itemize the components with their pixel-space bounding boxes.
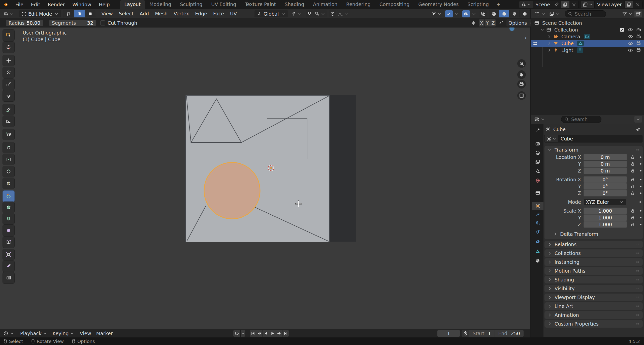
- animate-dot-icon[interactable]: [637, 199, 643, 205]
- workspace-tab-rendering[interactable]: Rendering: [342, 0, 375, 9]
- gizmos-dropdown[interactable]: [453, 10, 461, 17]
- menu-edit[interactable]: Edit: [27, 0, 44, 9]
- tool-measure[interactable]: [3, 116, 14, 127]
- play-button[interactable]: [269, 330, 276, 337]
- properties-tab-object-data[interactable]: [532, 247, 543, 256]
- grip-icon[interactable]: [635, 286, 640, 291]
- tool-move[interactable]: [3, 55, 14, 66]
- properties-tab-collection[interactable]: [532, 189, 543, 197]
- proportional-edit-toggle[interactable]: [329, 10, 336, 17]
- tool-rotate[interactable]: [3, 67, 14, 78]
- falloff-dropdown[interactable]: [337, 10, 350, 17]
- viewport-menu-mesh[interactable]: Mesh: [152, 9, 171, 18]
- lock-icon[interactable]: [630, 161, 635, 167]
- previous-keyframe-button[interactable]: [256, 330, 263, 337]
- panel-header-collections[interactable]: Collections: [544, 249, 643, 257]
- z-value-field[interactable]: 0°: [584, 190, 627, 196]
- tool-scale[interactable]: [3, 79, 14, 90]
- panel-header-animation[interactable]: Animation: [544, 311, 643, 319]
- zoom-button[interactable]: [517, 59, 526, 68]
- properties-tab-physics[interactable]: [532, 227, 543, 236]
- tool-spin[interactable]: [3, 213, 14, 224]
- panel-header-instancing[interactable]: Instancing: [544, 258, 643, 266]
- properties-tab-tool[interactable]: [532, 126, 543, 134]
- grip-icon[interactable]: [635, 147, 640, 153]
- y-value-field[interactable]: 0 m: [584, 161, 627, 167]
- chevron-right-icon[interactable]: [546, 34, 552, 39]
- z-value-field[interactable]: 1.000: [584, 221, 627, 228]
- outliner-display-mode-dropdown[interactable]: [533, 11, 547, 17]
- start-frame-field[interactable]: Start 1: [469, 330, 495, 337]
- viewport-menu-vertex[interactable]: Vertex: [171, 9, 192, 18]
- timeline-menu-keying[interactable]: Keying: [50, 330, 77, 337]
- properties-options-dropdown[interactable]: [634, 116, 642, 123]
- disable-render-icon[interactable]: [636, 34, 641, 39]
- show-gizmos-toggle[interactable]: [445, 10, 453, 17]
- cut-through-checkbox[interactable]: [100, 20, 105, 25]
- disable-render-icon[interactable]: [636, 41, 641, 46]
- pivot-point-dropdown[interactable]: [290, 11, 304, 17]
- scene-icon[interactable]: [519, 1, 533, 8]
- object-types-visibility-dropdown[interactable]: [430, 11, 443, 17]
- panel-header-visibility[interactable]: Visibility: [544, 285, 643, 292]
- shading-solid-button[interactable]: [499, 10, 509, 17]
- tool-loop-cut[interactable]: [3, 178, 14, 189]
- vertex-select-button[interactable]: [63, 10, 74, 17]
- mirror-dropdown[interactable]: [470, 20, 477, 26]
- tool-rip-region[interactable]: [3, 272, 14, 283]
- location-x-value-field[interactable]: 0 m: [584, 154, 627, 160]
- exclude-checkbox[interactable]: [619, 27, 625, 33]
- grip-icon[interactable]: [635, 277, 640, 282]
- properties-tab-particles[interactable]: [532, 219, 543, 227]
- outliner-row-scene-collection[interactable]: Scene Collection: [531, 19, 644, 26]
- viewlayer-selector[interactable]: ViewLayer: [581, 1, 642, 8]
- chevron-down-icon[interactable]: [539, 27, 545, 33]
- workspace-tab-uv-editing[interactable]: UV Editing: [207, 0, 240, 9]
- segments-field[interactable]: Segments 32: [49, 20, 96, 26]
- animate-dot-icon[interactable]: [638, 177, 643, 182]
- timeline-menu-playback[interactable]: Playback: [18, 330, 50, 337]
- tool-cursor[interactable]: [3, 42, 14, 53]
- tool-edge-slide[interactable]: [3, 237, 14, 248]
- snap-target-dropdown[interactable]: [313, 10, 327, 17]
- panel-header-viewport-display[interactable]: Viewport Display: [544, 294, 643, 301]
- camera-data-icon[interactable]: [584, 34, 590, 39]
- panel-header-custom-properties[interactable]: Custom Properties: [544, 320, 643, 328]
- menu-file[interactable]: File: [12, 0, 27, 9]
- scene-selector[interactable]: Scene: [519, 1, 579, 8]
- overlays-dropdown[interactable]: [470, 10, 478, 17]
- properties-tab-view-layer[interactable]: [532, 158, 543, 166]
- sidebar-toggle[interactable]: ‹: [525, 35, 527, 41]
- properties-tab-material[interactable]: [532, 256, 543, 265]
- outliner-row-light[interactable]: Light: [531, 47, 644, 53]
- animate-dot-icon[interactable]: [638, 154, 643, 160]
- auto-keying-toggle[interactable]: [233, 330, 240, 337]
- disable-render-icon[interactable]: [636, 27, 641, 33]
- outliner-item-label[interactable]: Camera: [561, 34, 580, 39]
- properties-tab-constraints[interactable]: [532, 238, 543, 246]
- lock-icon[interactable]: [630, 190, 635, 196]
- viewport-menu-select[interactable]: Select: [116, 9, 137, 18]
- auto-keying-dropdown[interactable]: [241, 330, 245, 337]
- tool-circle[interactable]: [3, 191, 14, 202]
- tool-shrink-fatten[interactable]: [3, 249, 14, 260]
- edge-select-button[interactable]: [74, 10, 85, 17]
- tool-select-box[interactable]: [3, 30, 14, 41]
- hide-eye-icon[interactable]: [628, 34, 633, 39]
- new-collection-button[interactable]: [634, 11, 642, 17]
- outliner-row-camera[interactable]: Camera: [531, 33, 644, 40]
- viewport-menu-add[interactable]: Add: [137, 9, 152, 18]
- chevron-right-icon[interactable]: [546, 41, 552, 46]
- rotation-x-value-field[interactable]: 0°: [584, 176, 627, 183]
- scene-name[interactable]: Scene: [533, 2, 553, 7]
- animate-dot-icon[interactable]: [638, 215, 643, 220]
- pan-button[interactable]: [517, 70, 526, 79]
- toggle-xray-button[interactable]: [479, 10, 487, 17]
- blender-logo-icon[interactable]: [0, 2, 12, 7]
- tool-inset-faces[interactable]: [3, 154, 14, 165]
- object-name-value[interactable]: Cube: [558, 135, 642, 142]
- add-workspace-button[interactable]: +: [493, 0, 503, 9]
- hide-eye-icon[interactable]: [628, 47, 633, 53]
- animate-dot-icon[interactable]: [638, 161, 643, 167]
- workspace-tab-scripting[interactable]: Scripting: [463, 0, 493, 9]
